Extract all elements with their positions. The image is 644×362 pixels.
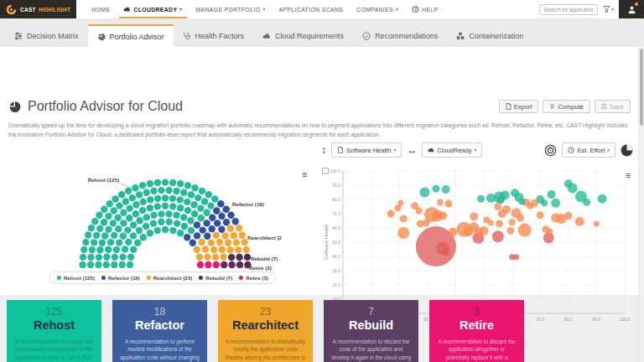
svg-text:70.0: 70.0 <box>332 211 340 216</box>
svg-text:50.0: 50.0 <box>332 240 340 245</box>
caret-down-icon: ▾ <box>474 147 476 153</box>
filter-button[interactable]: ▾ <box>603 5 614 13</box>
title-row: Portfolio Advisor for Cloud Export Compu… <box>8 99 631 114</box>
legend-dot <box>239 276 243 280</box>
legend-dot <box>57 276 61 280</box>
search-input[interactable] <box>539 4 598 15</box>
legend-item-rehost[interactable]: Rehost (125) <box>57 275 95 281</box>
tab-portfolio-advisor[interactable]: Portfolio Advisor <box>88 24 174 47</box>
question-icon: ? <box>412 6 419 13</box>
menu-item-application-scans[interactable]: APPLICATION SCANS <box>273 0 351 18</box>
card-title: Rebuild <box>324 318 418 332</box>
clock-icon <box>568 147 574 153</box>
bulb-icon <box>549 103 555 110</box>
menu-item-home[interactable]: HOME <box>85 0 117 18</box>
compute-label: Compute <box>558 103 583 111</box>
floppy-icon <box>601 103 607 110</box>
caret-down-icon: ▾ <box>611 7 614 12</box>
scrollbar-thumb[interactable] <box>640 49 643 126</box>
page-scrollbar[interactable] <box>638 47 644 362</box>
main-content: Portfolio Advisor for Cloud Export Compu… <box>0 47 644 295</box>
legend-item-refactor[interactable]: Refactor (18) <box>101 275 140 281</box>
page-title: Portfolio Advisor for Cloud <box>28 99 183 114</box>
topbar: CAST HIGHLIGHT HOMECLOUDREADY▾MANAGE POR… <box>0 0 644 18</box>
tab-decision-matrix[interactable]: Decision Matrix <box>5 24 88 47</box>
svg-text:40.0: 40.0 <box>332 254 340 259</box>
chart-menu-icon[interactable]: ≡ <box>302 170 307 179</box>
caret-down-icon: ▾ <box>393 147 396 153</box>
menu-item-label: APPLICATION SCANS <box>279 7 344 13</box>
segment-card-refactor[interactable]: 18RefactorA recommendation to perform mo… <box>112 300 207 362</box>
card-title: Refactor <box>112 318 207 332</box>
legend-item-rebuild[interactable]: Rebuild (7) <box>199 275 232 281</box>
svg-text:?: ? <box>414 8 417 12</box>
menu-item-label: MANAGE PORTFOLIO <box>196 7 261 13</box>
cloud-icon <box>123 6 131 13</box>
tab-label: Cloud Requirements <box>275 32 344 40</box>
segment-callout-label: Refactor (18) <box>232 201 264 207</box>
save-label: Save <box>610 103 624 111</box>
x-axis-select[interactable]: CloudReady ▾ <box>422 142 482 158</box>
menu-item-cloudready[interactable]: CLOUDREADY▾ <box>117 0 189 18</box>
segment-card-retire[interactable]: 3RetireA recommendation to discard the a… <box>429 300 524 362</box>
topbar-right: ▾ <box>539 0 644 18</box>
effort-select-label: Est. Effort <box>577 147 605 154</box>
user-menu[interactable] <box>619 0 644 18</box>
segment-card-rehost[interactable]: 125RehostA recommendation to change the … <box>7 300 101 362</box>
legend-item-retire[interactable]: Retire (3) <box>239 275 268 281</box>
card-value: 3 <box>429 306 524 318</box>
svg-text:90.0: 90.0 <box>332 183 340 188</box>
legend-label: Rearchitect (23) <box>153 275 192 281</box>
target-icon[interactable] <box>544 144 557 157</box>
tab-recommendations[interactable]: Recommendations <box>353 24 447 47</box>
tab-label: Decision Matrix <box>27 32 79 40</box>
parliament-chart[interactable]: Rehost (125)Refactor (18)Rearchitect (23… <box>67 171 282 273</box>
menu-item-help[interactable]: ?HELP <box>405 0 444 18</box>
bubble-mode-icon[interactable] <box>621 144 633 157</box>
legend-dot <box>101 276 106 280</box>
chart-controls: ↕ Software Health ▾ ↔ CloudReady ▾ Est. … <box>321 142 633 158</box>
brand-logo[interactable]: CAST HIGHLIGHT <box>0 0 76 18</box>
effort-select[interactable]: Est. Effort ▾ <box>562 142 615 158</box>
save-button[interactable]: Save <box>595 100 631 113</box>
vertical-axis-icon: ↕ <box>321 145 326 155</box>
brand-cast: CAST <box>20 7 36 13</box>
tab-health-factors[interactable]: Health Factors <box>174 24 254 47</box>
svg-text:70.0: 70.0 <box>536 317 544 322</box>
cast-logo-icon <box>6 4 17 15</box>
export-button[interactable]: Export <box>499 100 539 113</box>
document-icon <box>506 103 512 110</box>
notification-dot <box>635 3 638 6</box>
card-description: A recommendation to discard the code of … <box>324 338 418 362</box>
segment-card-rebuild[interactable]: 7RebuildA recommendation to discard the … <box>324 300 418 362</box>
segment-callout-label: Rebuild (7) <box>251 256 278 261</box>
svg-text:90.0: 90.0 <box>593 317 601 322</box>
caret-down-icon: ▾ <box>607 147 610 153</box>
tab-containerization[interactable]: Containerization <box>447 24 532 47</box>
export-label: Export <box>514 103 532 111</box>
user-icon <box>627 5 636 14</box>
legend-dot <box>199 276 203 280</box>
menu-item-label: HOME <box>91 7 110 13</box>
compute-button[interactable]: Compute <box>543 100 589 113</box>
menu-item-label: HELP <box>422 7 438 13</box>
y-axis-select[interactable]: Software Health ▾ <box>331 142 402 158</box>
app-root: CAST HIGHLIGHT HOMECLOUDREADY▾MANAGE POR… <box>0 0 644 362</box>
menu-item-companies[interactable]: COMPANIES▾ <box>350 0 405 18</box>
tab-label: Portfolio Advisor <box>110 33 164 41</box>
card-title: Rearchitect <box>218 318 313 332</box>
main-menu: HOMECLOUDREADY▾MANAGE PORTFOLIO▾APPLICAT… <box>85 0 444 18</box>
menu-item-manage-portfolio[interactable]: MANAGE PORTFOLIO▾ <box>190 0 273 18</box>
menu-item-label: COMPANIES <box>356 7 393 13</box>
y-axis-label: Software Health <box>324 225 329 261</box>
brand-highlight: HIGHLIGHT <box>39 7 70 13</box>
tab-cloud-requirements[interactable]: Cloud Requirements <box>253 24 353 47</box>
card-value: 23 <box>218 306 313 318</box>
cubes-icon <box>456 32 465 40</box>
card-description: A recommendation to perform modest modif… <box>112 338 207 362</box>
tab-label: Containerization <box>469 32 523 40</box>
legend-item-rearchitect[interactable]: Rearchitect (23) <box>147 275 192 281</box>
segment-card-rearchitect[interactable]: 23RearchitectA recommendation to dramati… <box>218 300 313 362</box>
caret-down-icon: ▾ <box>179 7 182 12</box>
check-circle-icon <box>362 32 371 40</box>
